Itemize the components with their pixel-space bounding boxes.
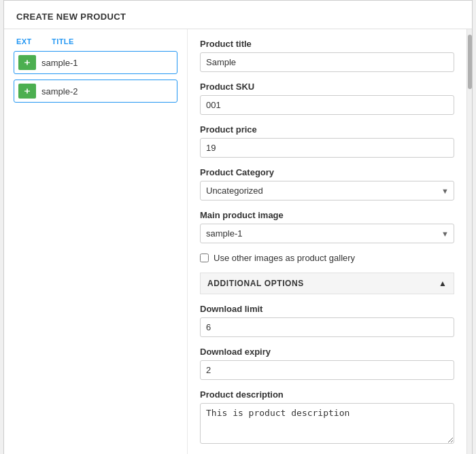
product-title-label: Product title [200,39,454,49]
create-product-dialog: CREATE NEW PRODUCT EXT TITLE sample-1 [3,0,473,454]
product-category-label: Product Category [200,167,454,177]
additional-options-title: ADDITIONAL OPTIONS [207,279,304,288]
product-sku-input[interactable] [200,95,454,115]
left-panel: EXT TITLE sample-1 [4,29,188,454]
product-description-textarea[interactable]: This is product description [200,403,454,444]
product-title-group: Product title [200,39,454,72]
right-panel: Product title Product SKU Product price … [188,29,466,454]
main-image-select[interactable]: sample-1 sample-2 [200,224,454,243]
gallery-checkbox-label: Use other images as product gallery [214,253,355,263]
file-icon-2 [18,84,36,99]
file-item-2[interactable]: sample-2 [14,80,177,103]
download-limit-label: Download limit [200,304,454,314]
file-name-2: sample-2 [41,86,78,97]
dialog-header: CREATE NEW PRODUCT [4,1,472,29]
download-limit-input[interactable] [200,317,454,337]
product-price-input[interactable] [200,138,454,158]
dialog-title: CREATE NEW PRODUCT [16,12,460,22]
file-icon-1 [18,55,36,70]
product-price-label: Product price [200,124,454,135]
file-item-1[interactable]: sample-1 [14,51,177,74]
download-expiry-group: Download expiry [200,347,454,380]
scrollbar-thumb[interactable] [468,35,472,89]
svg-rect-5 [27,89,28,94]
main-image-label: Main product image [200,210,454,220]
scrollbar-track[interactable] [466,29,472,454]
product-category-select[interactable]: Uncategorized Category 1 Category 2 [200,181,454,200]
download-expiry-input[interactable] [200,360,454,380]
product-sku-label: Product SKU [200,82,454,92]
col-header-ext: EXT [16,37,41,46]
download-expiry-label: Download expiry [200,347,454,357]
col-headers: EXT TITLE [14,37,177,46]
product-category-group: Product Category Uncategorized Category … [200,167,454,200]
product-description-label: Product description [200,389,454,400]
col-header-title: TITLE [52,37,175,46]
additional-options-header[interactable]: ADDITIONAL OPTIONS ▲ [200,273,454,294]
main-image-group: Main product image sample-1 sample-2 ▼ [200,210,454,243]
additional-options-toggle-icon: ▲ [439,279,447,288]
gallery-checkbox-row: Use other images as product gallery [200,253,454,263]
download-limit-group: Download limit [200,304,454,337]
file-name-1: sample-1 [41,58,78,68]
dialog-body: EXT TITLE sample-1 [4,29,472,454]
product-price-group: Product price [200,124,454,158]
product-description-group: Product description This is product desc… [200,389,454,446]
gallery-checkbox[interactable] [200,254,209,262]
product-category-select-wrapper: Uncategorized Category 1 Category 2 ▼ [200,181,454,200]
product-sku-group: Product SKU [200,82,454,115]
svg-rect-2 [27,60,28,65]
main-image-select-wrapper: sample-1 sample-2 ▼ [200,224,454,243]
product-title-input[interactable] [200,52,454,72]
